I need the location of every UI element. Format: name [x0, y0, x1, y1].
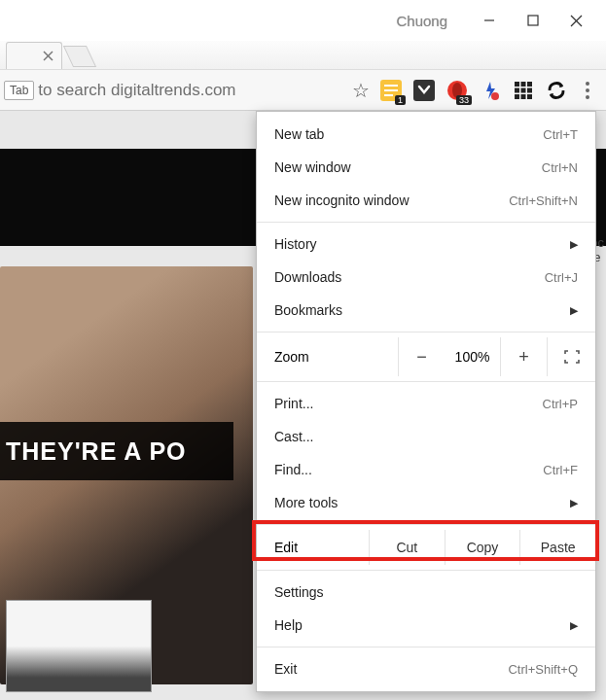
- svg-rect-15: [521, 82, 526, 87]
- menu-cast[interactable]: Cast...: [257, 420, 595, 453]
- window-title: Chuong: [396, 13, 447, 29]
- menu-new-tab[interactable]: New tabCtrl+T: [257, 118, 595, 151]
- menu-more-tools[interactable]: More tools▶: [257, 486, 595, 519]
- browser-tab[interactable]: [6, 42, 62, 69]
- menu-separator: [257, 332, 595, 332]
- menu-history[interactable]: History▶: [257, 228, 595, 261]
- extension-pocket-icon[interactable]: [408, 76, 441, 105]
- svg-rect-22: [527, 94, 532, 99]
- svg-rect-21: [521, 94, 526, 99]
- menu-edit-row: Edit Cut Copy Paste: [257, 530, 595, 565]
- zoom-out-button[interactable]: −: [398, 337, 445, 376]
- zoom-in-button[interactable]: +: [500, 337, 547, 376]
- menu-print[interactable]: Print...Ctrl+P: [257, 387, 595, 420]
- extension-sync-icon[interactable]: [540, 76, 573, 105]
- window-title-bar: Chuong: [0, 0, 606, 41]
- tab-strip: [0, 41, 606, 70]
- svg-rect-17: [515, 88, 519, 92]
- fullscreen-button[interactable]: [547, 337, 595, 376]
- bookmark-star-icon[interactable]: ☆: [347, 79, 374, 102]
- menu-separator: [257, 570, 595, 571]
- menu-separator: [257, 647, 595, 648]
- menu-incognito[interactable]: New incognito windowCtrl+Shift+N: [257, 184, 595, 217]
- zoom-level: 100%: [445, 349, 500, 365]
- maximize-button[interactable]: [511, 6, 554, 35]
- svg-rect-16: [527, 82, 532, 87]
- menu-zoom: Zoom − 100% +: [257, 337, 595, 376]
- svg-rect-18: [521, 88, 526, 92]
- page-headline: THEY'RE A PO: [0, 422, 233, 480]
- address-bar[interactable]: to search digitaltrends.com: [38, 81, 347, 100]
- svg-rect-9: [384, 94, 393, 96]
- new-tab-button[interactable]: [63, 46, 96, 67]
- extension-notes-icon[interactable]: 1: [374, 76, 408, 105]
- chevron-right-icon: ▶: [570, 304, 578, 317]
- menu-exit[interactable]: ExitCtrl+Shift+Q: [257, 652, 595, 685]
- menu-separator: [257, 222, 595, 223]
- extension-bolt-icon[interactable]: [474, 76, 507, 105]
- menu-cut[interactable]: Cut: [369, 530, 445, 565]
- chevron-right-icon: ▶: [570, 619, 578, 632]
- svg-rect-7: [384, 85, 398, 87]
- menu-copy[interactable]: Copy: [445, 530, 520, 565]
- extension-badge: 1: [395, 95, 406, 105]
- menu-help[interactable]: Help▶: [257, 609, 595, 642]
- menu-find[interactable]: Find...Ctrl+F: [257, 453, 595, 486]
- svg-point-13: [491, 92, 499, 100]
- svg-rect-19: [527, 88, 532, 92]
- svg-rect-1: [528, 16, 538, 25]
- menu-downloads[interactable]: DownloadsCtrl+J: [257, 261, 595, 294]
- menu-separator: [257, 524, 595, 525]
- chrome-menu: New tabCtrl+T New windowCtrl+N New incog…: [256, 111, 596, 692]
- menu-settings[interactable]: Settings: [257, 576, 595, 609]
- extension-badge: 33: [456, 95, 472, 105]
- chrome-menu-button[interactable]: [573, 76, 602, 105]
- svg-rect-8: [384, 89, 398, 91]
- extension-grid-icon[interactable]: [507, 76, 540, 105]
- toolbar: Tab to search digitaltrends.com ☆ 1 33: [0, 70, 606, 111]
- minimize-button[interactable]: [467, 6, 511, 35]
- tab-key-hint: Tab: [4, 81, 34, 100]
- extension-opera-icon[interactable]: 33: [441, 76, 474, 105]
- svg-rect-20: [515, 94, 519, 99]
- page-thumbnail: [6, 600, 152, 692]
- menu-paste[interactable]: Paste: [519, 530, 595, 565]
- svg-rect-10: [413, 80, 435, 101]
- menu-new-window[interactable]: New windowCtrl+N: [257, 151, 595, 184]
- menu-bookmarks[interactable]: Bookmarks▶: [257, 294, 595, 327]
- close-button[interactable]: [554, 6, 598, 35]
- chevron-right-icon: ▶: [570, 497, 578, 509]
- tab-close-icon[interactable]: [43, 51, 53, 61]
- menu-separator: [257, 381, 595, 382]
- svg-rect-14: [515, 82, 519, 87]
- chevron-right-icon: ▶: [570, 238, 578, 251]
